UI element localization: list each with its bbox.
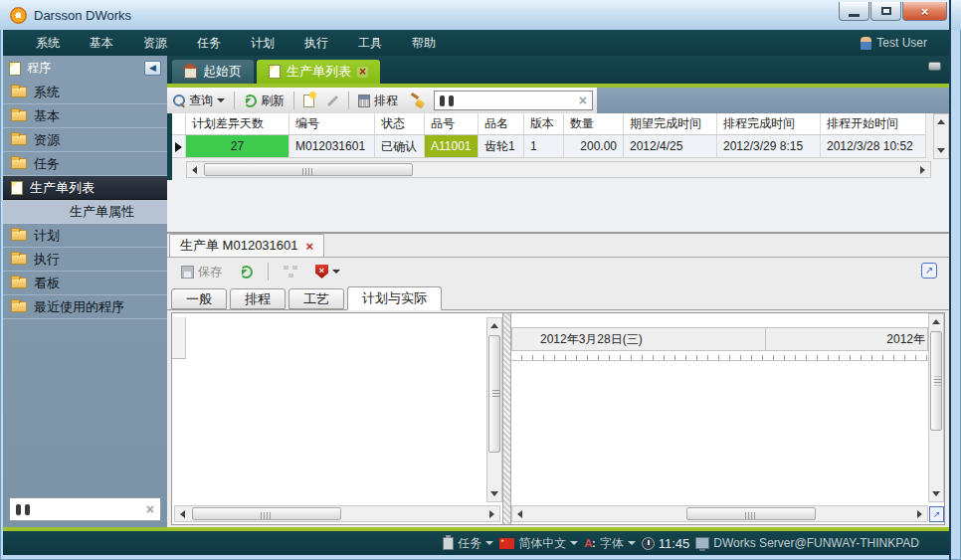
sidebar-header: 程序 ◀ [3,56,167,81]
user-area[interactable]: Test User [861,36,927,50]
edit-button[interactable] [320,97,345,104]
tree-table [172,313,502,524]
menu-item-任务[interactable]: 任务 [182,31,236,56]
doc-tab[interactable]: 生产单 M012031601 × [169,234,324,257]
tree-vscrollbar[interactable] [486,317,502,502]
menu-item-帮助[interactable]: 帮助 [397,31,451,56]
gantt-vscrollbar[interactable] [928,313,944,502]
sidebar-item[interactable]: 看板 [3,272,167,295]
menu-item-执行[interactable]: 执行 [289,31,343,56]
orders-toolbar: 查询 刷新 排程 [167,88,949,113]
shield-icon: × [315,265,328,279]
route-button[interactable] [278,264,303,280]
scroll-down-icon[interactable] [487,486,502,501]
subtab-工艺[interactable]: 工艺 [288,288,344,309]
close-button[interactable]: × [902,2,947,21]
column-header: 期望完成时间 [624,113,717,135]
doc-tab-close-icon[interactable]: × [306,239,314,254]
doc-tab-label: 生产单 M012031601 [180,237,298,255]
doc-tabrow: 生产单 M012031601 × [167,234,949,258]
scroll-right-icon[interactable] [912,506,927,521]
scroll-up-icon[interactable] [487,318,502,333]
tab-orders[interactable]: 生产单列表 × [257,60,380,84]
tab-close-icon[interactable]: × [357,67,368,78]
tab-home[interactable]: 起始页 [172,60,254,84]
sidebar-item[interactable]: 生产单属性 [3,200,167,224]
subtab-排程[interactable]: 排程 [230,288,286,309]
pin-icon[interactable] [928,62,941,71]
minimize-button[interactable] [839,2,869,21]
sidebar-item[interactable]: 资源 [3,128,167,152]
scroll-down-icon[interactable] [934,143,949,158]
row-indicator [172,317,186,359]
status-task-menu[interactable]: 任务 [443,535,493,552]
refresh-icon [244,94,257,107]
menu-item-计划[interactable]: 计划 [236,31,289,56]
sidebar-item-label: 任务 [34,155,60,173]
sidebar-item[interactable]: 最近使用的程序 [3,295,167,319]
broom-icon [410,94,424,107]
status-clock: 11:45 [642,536,690,551]
status-font-menu[interactable]: A: 字体 [584,535,636,552]
tree-hscrollbar[interactable] [174,505,500,522]
sidebar-search-clear-icon[interactable]: × [146,502,154,516]
scroll-down-icon[interactable] [929,486,944,501]
sidebar-collapse-button[interactable]: ◀ [144,61,161,76]
sidebar-item[interactable]: 执行 [3,248,167,272]
menu-item-系统[interactable]: 系统 [21,31,75,56]
scroll-left-icon[interactable] [175,506,190,521]
scroll-left-icon[interactable] [512,506,527,521]
menu-item-基本[interactable]: 基本 [75,31,128,56]
column-header: 排程完成时间 [717,113,821,135]
sidebar-item-label: 生产单属性 [70,203,134,221]
sidebar-item-label: 生产单列表 [30,179,95,197]
sidebar-item[interactable]: 任务 [3,152,167,176]
calculator-icon [358,94,370,107]
scroll-right-icon[interactable] [484,506,499,521]
sidebar-item[interactable]: 生产单列表 [3,176,167,200]
new-button[interactable] [297,93,320,109]
chevron-down-icon [332,270,340,274]
maximize-button[interactable] [870,2,901,21]
detail-refresh-button[interactable] [234,264,259,280]
row-indicator [172,135,186,158]
orders-hscrollbar[interactable] [186,161,931,178]
server-icon [695,537,709,549]
sidebar-item[interactable]: 基本 [3,104,167,128]
sidebar-item[interactable]: 系统 [3,81,167,104]
status-language-menu[interactable]: 简体中文 [499,535,578,552]
toolbar-search-input[interactable] [459,93,574,108]
tab-home-label: 起始页 [203,63,242,81]
scroll-left-icon[interactable] [187,162,202,177]
main-area: 起始页 生产单列表 × 查询 [167,56,949,527]
menu-item-工具[interactable]: 工具 [343,31,397,56]
table-row[interactable]: 27M012031601已确认A11001齿轮11200.002012/4/25… [172,135,949,158]
subtab-计划与实际[interactable]: 计划与实际 [347,286,442,310]
splitter-handle[interactable] [502,313,511,524]
orders-vscrollbar[interactable] [933,113,949,159]
schedule-button[interactable]: 排程 [352,91,404,111]
subtab-一般[interactable]: 一般 [171,288,227,309]
cancel-confirm-button[interactable]: × [309,263,346,280]
sidebar-item-label: 执行 [34,251,60,269]
query-button[interactable]: 查询 [167,91,231,111]
toolbar-search-clear-icon[interactable]: × [579,93,587,107]
sidebar-search-input[interactable] [36,502,140,516]
gantt-hscrollbar[interactable] [511,505,928,522]
column-header: 排程开始时间 [821,113,926,135]
open-new-window-icon[interactable]: ↗ [921,263,937,279]
scroll-right-icon[interactable] [915,162,930,177]
sidebar-item[interactable]: 计划 [3,224,167,248]
gantt-fit-icon[interactable]: ↗ [929,506,944,522]
clean-button[interactable] [404,93,430,109]
refresh-icon [240,266,253,279]
grid-cell: 2012/3/29 8:15 [717,135,821,158]
status-server-label: DWorks Server@FUNWAY-THINKPAD [713,536,919,550]
flag-icon [499,538,514,549]
scroll-up-icon[interactable] [929,314,944,329]
menu-item-资源[interactable]: 资源 [128,31,182,56]
save-button[interactable]: 保存 [175,262,228,282]
grid-cell: 2012/4/25 [624,135,717,158]
scroll-up-icon[interactable] [934,114,949,129]
refresh-button[interactable]: 刷新 [238,91,290,111]
